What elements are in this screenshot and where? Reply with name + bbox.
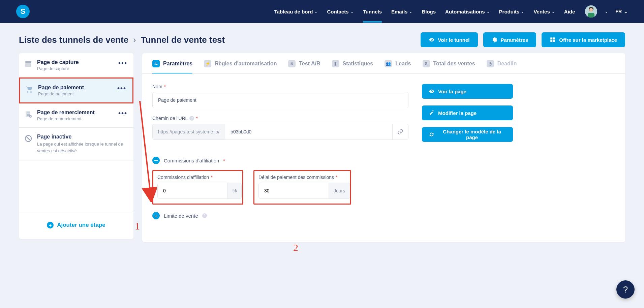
users-icon: 👥: [385, 60, 392, 67]
nav-blogs[interactable]: Blogs: [422, 9, 436, 14]
chart-icon: ▮: [332, 60, 339, 67]
svg-point-3: [431, 39, 432, 40]
view-tunnel-button[interactable]: Voir le tunnel: [421, 32, 478, 47]
chevron-right-icon: ›: [133, 35, 136, 45]
name-input[interactable]: [152, 92, 408, 108]
eye-icon: [429, 37, 435, 43]
user-avatar[interactable]: [585, 5, 597, 18]
required-mark: *: [223, 158, 225, 163]
section-label: Limite de vente: [164, 213, 198, 219]
step-capture[interactable]: Page de capture Page de capture •••: [19, 53, 133, 78]
tab-sales[interactable]: $ Total des ventes: [423, 60, 475, 73]
tab-label: Total des ventes: [433, 61, 475, 67]
nav-sales[interactable]: Ventes⌄: [533, 9, 554, 14]
side-actions: Voir la page Modifier la page Changer le…: [422, 84, 513, 225]
nav-label: Emails: [391, 9, 407, 14]
marketplace-icon: [550, 37, 556, 43]
marketplace-button[interactable]: Offre sur la marketplace: [542, 32, 625, 47]
help-icon[interactable]: ?: [189, 116, 194, 121]
help-fab[interactable]: ?: [616, 280, 635, 299]
add-step-button[interactable]: + Ajouter une étape: [45, 221, 108, 229]
step-title: Page de capture: [37, 59, 114, 65]
nav-automations[interactable]: Automatisations⌄: [445, 9, 490, 14]
tab-label: Deadlin: [497, 61, 517, 67]
svg-rect-2: [588, 13, 594, 18]
change-template-button[interactable]: Changer le modèle de la page: [422, 127, 513, 142]
content: Page de capture Page de capture ••• Page…: [19, 53, 625, 242]
label-text: Commissions d'affiliation: [157, 175, 209, 180]
app-logo[interactable]: S: [16, 5, 30, 18]
more-icon[interactable]: •••: [117, 85, 126, 92]
sidebar-footer: + Ajouter une étape: [19, 211, 133, 239]
edit-page-button[interactable]: Modifier la page: [422, 105, 513, 120]
step-subtitle: Page de remerciement: [37, 116, 114, 121]
percent-unit: %: [228, 183, 242, 199]
tab-deadline[interactable]: ◷ Deadlin: [487, 60, 517, 73]
tab-abtest[interactable]: ⤲ Test A/B: [288, 60, 320, 73]
language-label: FR: [615, 9, 622, 14]
sliders-icon: [152, 60, 160, 67]
tab-stats[interactable]: ▮ Statistiques: [332, 60, 373, 73]
tab-leads[interactable]: 👥 Leads: [385, 60, 411, 73]
tab-label: Test A/B: [299, 61, 320, 67]
more-icon[interactable]: •••: [118, 59, 127, 67]
step-inactive[interactable]: Page inactive La page qui est affichée l…: [19, 128, 133, 160]
step-payment[interactable]: Page de paiement Page de paiement •••: [19, 78, 133, 103]
svg-rect-5: [25, 63, 31, 67]
breadcrumb-root[interactable]: Liste des tunnels de vente: [19, 35, 128, 45]
tab-settings[interactable]: Paramètres: [152, 60, 192, 73]
nav-label: Produits: [499, 9, 520, 14]
label-text: Nom: [152, 84, 162, 89]
chevron-down-icon: ⌄: [521, 9, 524, 14]
nav-help[interactable]: Aide: [564, 9, 575, 14]
label-text: Délai de paiement des commissions: [258, 175, 334, 180]
nav-label: Blogs: [422, 9, 436, 14]
url-prefix: https://pages-test.systeme.io/: [152, 124, 225, 140]
tab-label: Leads: [395, 61, 411, 67]
nav-products[interactable]: Produits⌄: [499, 9, 524, 14]
nav-label: Contacts: [327, 9, 348, 14]
field-label: Chemin de l'URL ? *: [152, 116, 408, 121]
view-page-button[interactable]: Voir la page: [422, 84, 513, 99]
nav-dashboard[interactable]: Tableau de bord⌄: [274, 9, 318, 14]
chevron-down-icon[interactable]: ⌄: [605, 9, 608, 14]
button-label: Ajouter une étape: [57, 222, 105, 228]
svg-rect-4: [25, 61, 31, 63]
sale-limit-toggle[interactable]: + Limite de vente ?: [152, 212, 408, 219]
language-selector[interactable]: FR ⌄: [615, 9, 628, 14]
chevron-down-icon: ⌄: [487, 9, 490, 14]
breadcrumb-current: Tunnel de vente test: [141, 35, 225, 45]
affiliate-row: Commissions d'affiliation* % Délai de pa…: [152, 170, 408, 205]
commission-input[interactable]: [157, 183, 228, 199]
nav-label: Ventes: [533, 9, 550, 14]
required-mark: *: [211, 175, 212, 180]
button-label: Voir la page: [438, 89, 466, 94]
commission-input-group: %: [157, 183, 238, 199]
nav-label: Aide: [564, 9, 575, 14]
chevron-down-icon: ⌄: [409, 9, 412, 14]
svg-rect-12: [155, 63, 158, 63]
header-actions: Voir le tunnel Paramètres Offre sur la m…: [421, 32, 625, 47]
page-header: Liste des tunnels de vente › Tunnel de v…: [19, 32, 625, 47]
help-icon[interactable]: ?: [202, 213, 207, 218]
annotation-number-2: 2: [293, 242, 298, 253]
nav-contacts[interactable]: Contacts⌄: [327, 9, 353, 14]
url-input-group: https://pages-test.systeme.io/: [152, 124, 408, 140]
button-label: Changer le modèle de la page: [438, 129, 506, 140]
step-title: Page de paiement: [38, 85, 113, 91]
tab-label: Paramètres: [163, 61, 192, 67]
affiliate-section-toggle[interactable]: Commissions d'affiliation*: [152, 157, 408, 164]
nav-tunnels[interactable]: Tunnels: [363, 9, 382, 14]
chevron-down-icon: ⌄: [350, 9, 354, 14]
delay-input[interactable]: [258, 183, 329, 199]
link-icon[interactable]: [392, 124, 408, 140]
tab-automation[interactable]: ⚡ Règles d'automatisation: [204, 60, 277, 73]
required-mark: *: [164, 84, 166, 89]
nav-emails[interactable]: Emails⌄: [391, 9, 412, 14]
section-label: Commissions d'affiliation: [164, 158, 219, 163]
step-thanks[interactable]: Page de remerciement Page de remerciemen…: [19, 103, 133, 128]
chevron-down-icon: ⌄: [624, 9, 628, 14]
url-input[interactable]: [225, 124, 392, 140]
tunnel-settings-button[interactable]: Paramètres: [483, 32, 536, 47]
more-icon[interactable]: •••: [118, 110, 127, 117]
